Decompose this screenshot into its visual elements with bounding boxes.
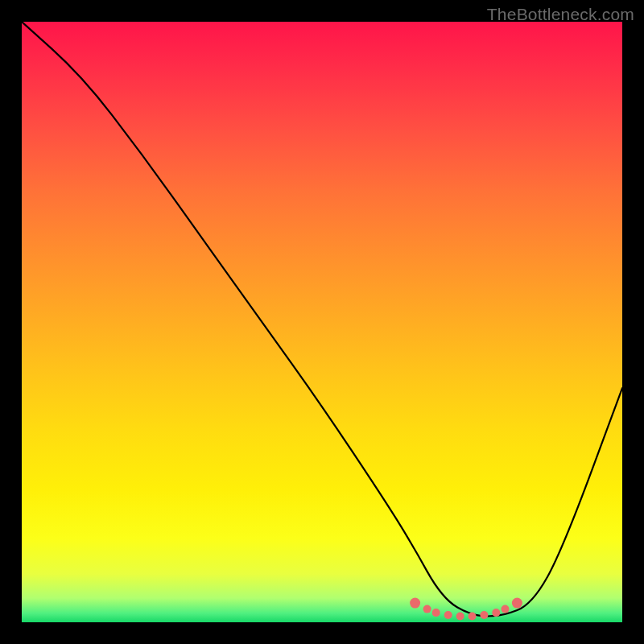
marker-dot bbox=[469, 613, 477, 621]
bottleneck-curve bbox=[22, 22, 622, 617]
marker-dot bbox=[423, 605, 431, 613]
optimal-range-markers bbox=[410, 598, 522, 621]
marker-dot bbox=[492, 609, 500, 617]
marker-dot bbox=[502, 605, 510, 613]
marker-dot bbox=[512, 598, 522, 609]
marker-dot bbox=[456, 613, 464, 621]
marker-dot bbox=[410, 598, 420, 609]
watermark-text: TheBottleneck.com bbox=[487, 5, 634, 24]
chart-container: TheBottleneck.com bbox=[0, 0, 644, 644]
marker-dot bbox=[480, 611, 488, 619]
plot-area bbox=[22, 22, 622, 622]
chart-svg bbox=[22, 22, 622, 622]
marker-dot bbox=[444, 611, 452, 619]
marker-dot bbox=[432, 609, 440, 617]
